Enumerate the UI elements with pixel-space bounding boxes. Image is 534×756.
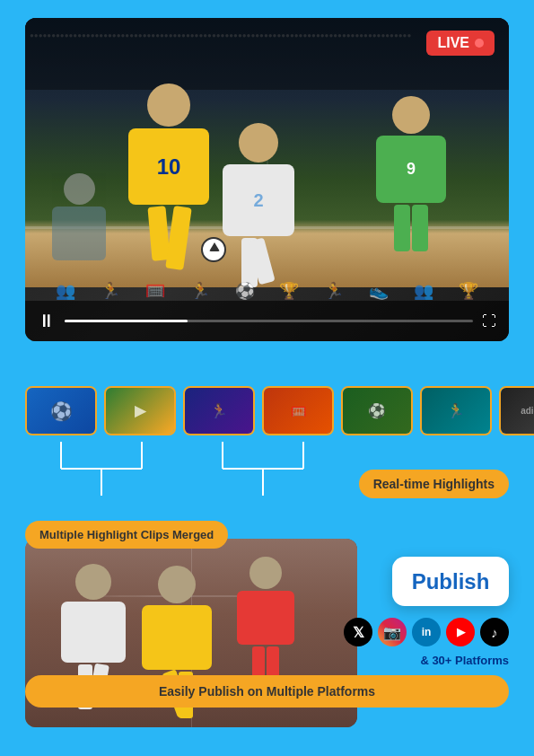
connector-lines	[25, 442, 384, 515]
soccer-ball	[201, 237, 226, 262]
highlights-badge: Real-time Highlights	[359, 470, 509, 498]
publish-button[interactable]: Publish	[392, 557, 509, 606]
thumbnail-4[interactable]: 🥅	[262, 386, 334, 435]
live-badge: LIVE	[426, 31, 495, 56]
thumbnails-row: ⚽ ▶ 🏃 🥅	[25, 386, 509, 435]
linkedin-icon[interactable]: in	[412, 618, 441, 646]
sport-icon-9: 👥	[414, 281, 433, 301]
sport-icon-4: 🏃	[190, 281, 210, 301]
thumb-inner-3: 🏃	[185, 388, 253, 434]
sport-icon-3: 🥅	[145, 281, 165, 301]
player-bg-left	[52, 173, 106, 260]
thumbnail-6[interactable]: 🏃	[420, 386, 492, 435]
sport-icon-5: ⚽	[235, 281, 255, 301]
thumb-inner-4: 🥅	[264, 388, 332, 434]
platforms-text-label: & 30+ Platforms	[420, 654, 509, 667]
thumb-inner-5: ⚽	[343, 388, 411, 434]
thumb-inner-6: 🏃	[422, 388, 490, 434]
progress-fill	[65, 320, 188, 322]
thumbnail-7[interactable]: adidas	[499, 386, 534, 435]
thumb-inner-2: ▶	[106, 388, 174, 434]
player-goalkeeper: 9	[376, 96, 446, 251]
thumbnail-2[interactable]: ▶	[104, 386, 176, 435]
sport-icon-6: 🏆	[279, 281, 299, 301]
thumb-inner-7: adidas	[501, 388, 534, 434]
tiktok-icon[interactable]: ♪	[480, 618, 509, 646]
thumbnail-1[interactable]: ⚽	[25, 386, 97, 435]
thumbnail-5[interactable]: ⚽	[341, 386, 413, 435]
pause-button[interactable]: ⏸	[38, 311, 56, 331]
fullscreen-button[interactable]: ⛶	[482, 313, 496, 330]
highlights-text: Real-time Highlights	[373, 477, 495, 491]
video-controls: ⏸ ⛶	[25, 301, 509, 341]
publish-label: Publish	[412, 569, 490, 594]
video-content: ●●●●●●●●●●●●●●●●●●●●●●●●●●●●●●●●●●●●●●●●…	[25, 18, 509, 341]
clips-merged-text: Multiple Highlight Clips Merged	[39, 528, 214, 541]
video-player: ●●●●●●●●●●●●●●●●●●●●●●●●●●●●●●●●●●●●●●●●…	[25, 18, 509, 341]
preview-player-red	[237, 557, 294, 687]
progress-bar[interactable]	[65, 320, 473, 322]
clips-merged-badge: Multiple Highlight Clips Merged	[25, 521, 228, 549]
publish-platforms-text: Easily Publish on Multiple Platforms	[159, 684, 375, 699]
thumb-inner-1: ⚽	[27, 388, 95, 434]
youtube-icon[interactable]: ▶	[446, 618, 475, 646]
sport-icon-1: 👥	[56, 281, 75, 301]
thumbnails-section: ⚽ ▶ 🏃 🥅	[25, 386, 509, 435]
publish-platforms-badge: Easily Publish on Multiple Platforms	[25, 675, 509, 708]
platforms-count-text: & 30+ Platforms	[420, 654, 509, 667]
sport-icon-8: 👟	[369, 281, 389, 301]
player-brazil: 10	[128, 84, 209, 269]
sport-icon-7: 🏃	[324, 281, 344, 301]
instagram-icon[interactable]: 📷	[378, 618, 407, 646]
thumbnail-3[interactable]: 🏃	[183, 386, 255, 435]
sport-icon-10: 🏆	[459, 281, 478, 301]
twitter-x-icon[interactable]: 𝕏	[344, 618, 372, 646]
social-icons-row: 𝕏 📷 in ▶ ♪	[344, 618, 509, 646]
sport-icons-row: 👥 🏃 🥅 🏃 ⚽ 🏆 🏃 👟 👥 🏆	[25, 281, 509, 301]
live-text: LIVE	[437, 35, 469, 51]
live-dot	[475, 39, 484, 48]
sport-icon-2: 🏃	[101, 281, 120, 301]
player-argentina: 2	[223, 123, 294, 287]
